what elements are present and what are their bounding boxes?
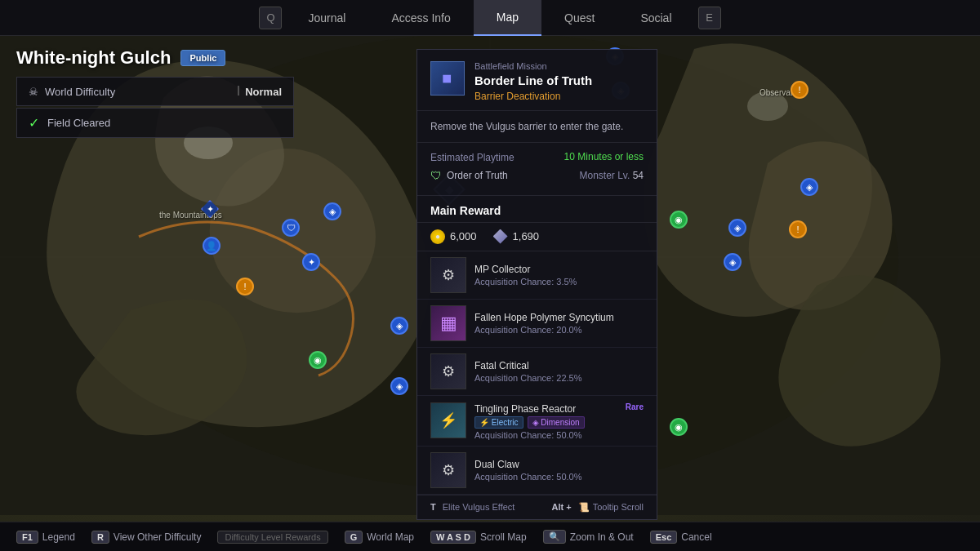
- item-info-reactor: Tingling Phase Reactor ⚡ Electric ◈ Dime…: [474, 402, 644, 440]
- reward-currency-row: ● 6,000 1,690: [417, 223, 657, 251]
- item-thumb-claw: ⚙: [430, 452, 466, 488]
- playtime-value: 10 Minutes or less: [564, 151, 644, 164]
- difficulty-rewards-btn: Difficulty Level Rewards: [217, 531, 327, 544]
- field-cleared-label: Field Cleared: [47, 117, 110, 129]
- public-badge: Public: [180, 50, 225, 66]
- map-icon-orange-r1[interactable]: !: [791, 81, 808, 99]
- tab-quest[interactable]: Quest: [541, 0, 617, 36]
- tooltip-key: Alt +: [551, 502, 571, 512]
- reward-item-mp-collector: ⚙ MP Collector Acquisition Chance: 3.5%: [417, 251, 657, 300]
- gem-value: 1,690: [513, 230, 540, 242]
- map-icon-blue-r3[interactable]: ◈: [800, 178, 818, 196]
- zoom-icon: 🔍: [543, 530, 566, 544]
- map-icon-green-r1[interactable]: ◉: [670, 418, 688, 436]
- item-info-mp: MP Collector Acquisition Chance: 3.5%: [474, 264, 644, 287]
- hint-legend: F1 Legend: [16, 531, 75, 544]
- playtime-row: Estimated Playtime 10 Minutes or less: [430, 151, 644, 164]
- reward-items-list: ⚙ MP Collector Acquisition Chance: 3.5% …: [417, 251, 657, 495]
- rare-badge: Rare: [626, 402, 644, 411]
- key-r: R: [91, 531, 109, 544]
- elite-hint: T Elite Vulgus Effect: [430, 502, 514, 512]
- reward-item-dual-claw: ⚙ Dual Claw Acquisition Chance: 50.0%: [417, 447, 657, 495]
- tooltip-hint: Alt + 📜 Tooltip Scroll: [551, 502, 644, 513]
- separator-icon: I: [237, 84, 240, 99]
- faction-name: Order of Truth: [447, 170, 508, 181]
- map-icon-green-1[interactable]: ◉: [309, 351, 327, 369]
- map-icon-mission-1[interactable]: !: [236, 278, 254, 295]
- tooltip-icon: 📜: [578, 502, 590, 513]
- key-wasd: W A S D: [430, 531, 476, 544]
- item-chance-fatal: Acquisition Chance: 22.5%: [474, 373, 644, 383]
- world-difficulty-row[interactable]: ☠ World Difficulty I Normal: [16, 77, 294, 106]
- faction-icon: 🛡: [430, 169, 442, 182]
- mission-meta: Estimated Playtime 10 Minutes or less 🛡 …: [417, 143, 657, 196]
- key-esc: Esc: [650, 531, 678, 544]
- map-icon-marker-2[interactable]: ◈: [323, 202, 341, 220]
- hint-difficulty: R View Other Difficulty: [91, 531, 202, 544]
- coin-value: 6,000: [450, 230, 477, 242]
- zoom-label: Zoom In & Out: [570, 531, 634, 543]
- map-icon-blue-r4[interactable]: ◈: [724, 253, 742, 271]
- item-thumb-reactor: ⚡: [430, 402, 466, 438]
- coin-icon: ●: [430, 229, 445, 244]
- mission-icon: ◆: [430, 61, 465, 96]
- playtime-label: Estimated Playtime: [430, 152, 514, 163]
- tab-journal[interactable]: Journal: [285, 0, 368, 36]
- item-name-reactor: Tingling Phase Reactor: [474, 403, 644, 415]
- main-reward-title: Main Reward: [417, 196, 657, 223]
- hint-cancel: Esc Cancel: [650, 531, 712, 544]
- map-title-text: White-night Gulch: [16, 47, 171, 69]
- tab-social[interactable]: Social: [617, 0, 694, 36]
- item-name-claw: Dual Claw: [474, 459, 644, 470]
- key-q: Q: [259, 7, 282, 29]
- field-cleared-row: ✓ Field Cleared: [16, 108, 294, 138]
- currency-gem: 1,690: [493, 229, 540, 244]
- mission-type: Battlefield Mission: [474, 61, 592, 71]
- tag-electric: ⚡ Electric: [474, 416, 523, 429]
- item-name-mp: MP Collector: [474, 264, 644, 275]
- item-info-claw: Dual Claw Acquisition Chance: 50.0%: [474, 459, 644, 482]
- mission-diamond-icon: ◆: [437, 68, 457, 88]
- item-thumb-mp: ⚙: [430, 257, 466, 293]
- hint-scroll-map: W A S D Scroll Map: [430, 531, 527, 544]
- skull-icon: ☠: [29, 86, 38, 98]
- scroll-map-label: Scroll Map: [480, 531, 527, 543]
- tooltip-label: Tooltip Scroll: [593, 502, 644, 512]
- tab-access-info[interactable]: Access Info: [368, 0, 473, 36]
- gem-icon: [493, 229, 508, 244]
- item-info-polymer: Fallen Hope Polymer Syncytium Acquisitio…: [474, 312, 644, 335]
- monster-level: Monster Lv. 54: [579, 170, 644, 181]
- faction-row: 🛡 Order of Truth Monster Lv. 54: [430, 169, 644, 182]
- item-chance-polymer: Acquisition Chance: 20.0%: [474, 325, 644, 335]
- world-difficulty-label: ☠ World Difficulty: [29, 86, 115, 98]
- difficulty-label: View Other Difficulty: [114, 531, 202, 543]
- cancel-label: Cancel: [681, 531, 711, 543]
- world-difficulty-value: Normal: [245, 86, 282, 98]
- tag-dimension: ◈ Dimension: [528, 416, 585, 429]
- world-map-label: World Map: [367, 531, 414, 543]
- item-name-fatal: Fatal Critical: [474, 360, 644, 371]
- bottom-bar: F1 Legend R View Other Difficulty Diffic…: [0, 522, 980, 551]
- mission-subtitle: Barrier Deactivation: [474, 91, 592, 102]
- mission-name: Border Line of Truth: [474, 73, 592, 87]
- tab-map[interactable]: Map: [474, 0, 541, 36]
- mission-panel: ◆ Battlefield Mission Border Line of Tru…: [416, 49, 657, 520]
- faction-info: 🛡 Order of Truth: [430, 169, 508, 182]
- map-icon-blue-2[interactable]: ◈: [390, 317, 408, 335]
- mission-title-block: Battlefield Mission Border Line of Truth…: [474, 61, 592, 102]
- map-icon-orange-r2[interactable]: !: [789, 220, 807, 238]
- currency-coin: ● 6,000: [430, 229, 477, 244]
- map-icon-green-r2[interactable]: ◉: [670, 211, 688, 229]
- map-icon-blue-r5[interactable]: ◈: [728, 219, 746, 237]
- hint-world-map: G World Map: [345, 531, 414, 544]
- map-icon-marker-1[interactable]: ✦: [302, 253, 320, 271]
- item-chance-claw: Acquisition Chance: 50.0%: [474, 472, 644, 482]
- map-icon-shield[interactable]: 🛡: [282, 219, 300, 237]
- map-title-row: White-night Gulch Public: [16, 36, 294, 69]
- key-f1: F1: [16, 531, 38, 544]
- key-g: G: [345, 531, 363, 544]
- item-name-polymer: Fallen Hope Polymer Syncytium: [474, 312, 644, 323]
- mission-description: Remove the Vulgus barrier to enter the g…: [417, 111, 657, 143]
- map-icon-person[interactable]: 👤: [203, 237, 220, 255]
- map-icon-blue-3[interactable]: ◈: [390, 377, 408, 395]
